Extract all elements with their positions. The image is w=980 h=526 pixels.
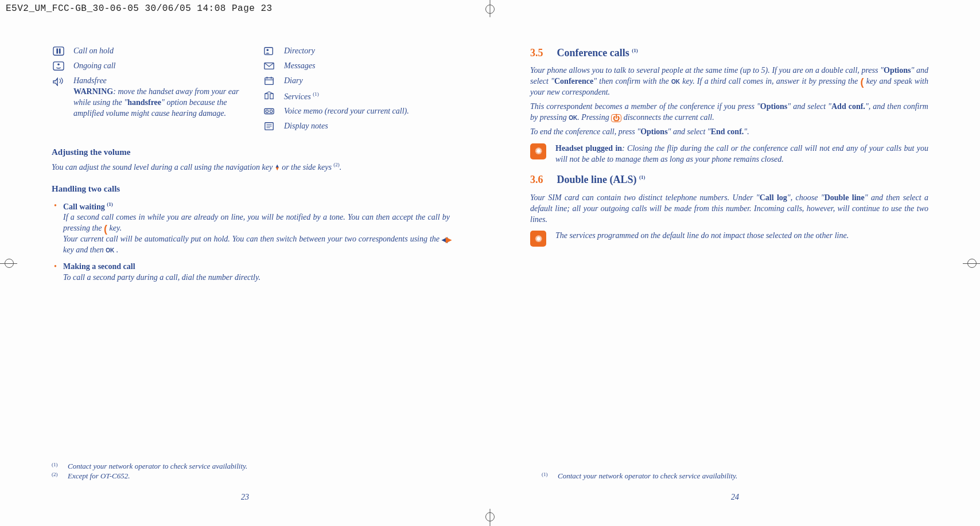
icon-call-on-hold: Call on hold [52,46,239,57]
ok-key-icon: OK [106,247,114,255]
diary-icon [262,76,276,87]
footnote-mark: (1) [542,471,550,481]
directory-icon [262,46,276,57]
ok-key-icon: OK [671,78,680,86]
notes-icon [262,121,276,133]
svg-rect-1 [56,49,58,54]
voice-memo-icon [262,106,276,118]
icon-label: Directory [284,46,450,57]
icon-services: Services (1) [262,91,450,103]
tip-icon: ✺ [530,231,546,247]
section-3-6-heading: 3.6 Double line (ALS) (1) [530,173,928,186]
svg-point-6 [267,49,269,51]
svg-rect-0 [53,47,64,55]
icon-col-1: Call on hold Ongoing call Handsfree WARN… [52,46,239,136]
section-3-5-heading: 3.5 Conference calls (1) [530,46,928,60]
page-number: 24 [731,492,739,503]
icon-directory: Directory [262,46,450,57]
bullet-title: Call waiting (1) [63,201,450,213]
handsfree-term: handsfree [127,98,161,107]
handling-two-calls-heading: Handling two calls [52,183,450,194]
tip-text: The services programmed on the default l… [555,231,849,241]
icon-label: Services (1) [284,91,450,103]
section-title: Double line (ALS) (1) [557,173,645,186]
icon-label: Voice memo (record your current call). [284,106,450,117]
conf-para-1: Your phone allows you to talk to several… [530,65,928,98]
footnotes-left: (1)Contact your network operator to chec… [52,461,438,481]
icon-label: Call on hold [73,46,239,57]
svg-rect-8 [265,78,273,85]
section-number: 3.5 [530,46,543,60]
svg-rect-12 [265,93,268,99]
svg-point-15 [266,110,269,112]
handsfree-label: Handsfree [73,76,107,85]
page-number: 23 [241,492,249,503]
icon-handsfree: Handsfree WARNING: move the handset away… [52,76,239,119]
warning-label: WARNING [73,87,113,96]
nav-key-icon: ▲▼ [275,165,280,170]
bullet-call-waiting: Call waiting (1) If a second call comes … [52,201,450,256]
messages-icon [262,61,276,72]
tip-headset: ✺ Headset plugged in: Closing the flip d… [530,143,928,165]
icon-label: Display notes [284,121,450,132]
footnote-mark: (1) [52,461,60,472]
bullet-second-call: Making a second call To call a second pa… [52,262,450,283]
conf-para-3: To end the conference call, press "Optio… [530,127,928,138]
icon-legend: Call on hold Ongoing call Handsfree WARN… [52,46,450,136]
icon-label: Diary [284,76,450,87]
section-title: Conference calls (1) [557,46,638,60]
icon-display-notes: Display notes [262,121,450,133]
tip-als: ✺ The services programmed on the default… [530,231,928,247]
icon-voice-memo: Voice memo (record your current call). [262,106,450,118]
als-para: Your SIM card can contain two distinct t… [530,193,928,225]
svg-rect-2 [59,49,61,54]
handsfree-icon [52,76,65,87]
svg-rect-3 [53,62,64,70]
page-23: Call on hold Ongoing call Handsfree WARN… [0,0,490,526]
footnote-text: Contact your network operator to check s… [558,471,737,481]
footnotes-right: (1)Contact your network operator to chec… [542,471,928,481]
call-hold-icon [52,46,65,57]
adjusting-volume-heading: Adjusting the volume [52,146,450,158]
left-right-key-icon: ◀▶ [442,235,450,245]
icon-messages: Messages [262,61,450,72]
conf-para-2: This correspondent becomes a member of t… [530,102,928,123]
bullet-body: To call a second party during a call, di… [63,272,450,283]
tip-icon: ✺ [530,143,546,159]
end-key-icon: ⏻ [611,114,621,122]
footnote-text: Contact your network operator to check s… [68,461,247,472]
icon-label: Ongoing call [73,61,239,72]
icon-diary: Diary [262,76,450,87]
page-spread: Call on hold Ongoing call Handsfree WARN… [0,0,980,526]
tip-text: Headset plugged in: Closing the flip dur… [555,143,928,165]
footnote-mark: (2) [52,471,60,481]
svg-point-16 [270,110,273,112]
icon-ongoing-call: Ongoing call [52,61,239,72]
services-icon [262,91,276,102]
page-24: 3.5 Conference calls (1) Your phone allo… [490,0,980,526]
bullet-body: If a second call comes in while you are … [63,212,450,256]
svg-rect-13 [270,93,273,99]
icon-col-2: Directory Messages Diary [262,46,450,136]
section-number: 3.6 [530,173,543,186]
adjusting-volume-body: You can adjust the sound level during a … [52,161,450,173]
icon-label: Handsfree WARNING: move the handset away… [73,76,239,119]
svg-point-4 [57,64,60,66]
ok-key-icon: OK [569,114,577,122]
bullet-title: Making a second call [63,262,450,272]
footnote-text: Except for OT-C652. [68,471,130,481]
icon-label: Messages [284,61,450,72]
ongoing-call-icon [52,61,65,72]
